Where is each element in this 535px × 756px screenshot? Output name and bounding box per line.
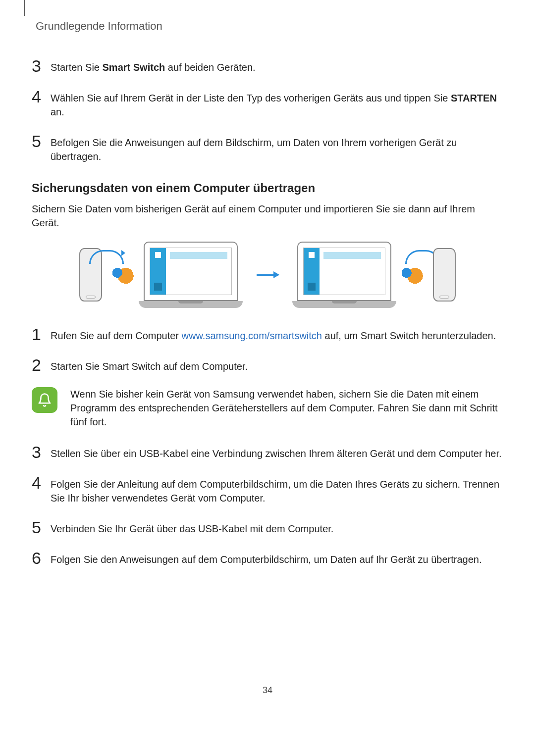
- step-text-pre: Rufen Sie auf dem Computer: [51, 330, 182, 341]
- step-text-bold: Smart Switch: [103, 62, 165, 73]
- step-text-post: auf beiden Geräten.: [165, 62, 255, 73]
- step-text-pre: Starten Sie: [51, 62, 103, 73]
- step-number: 4: [32, 88, 51, 105]
- laptop-icon: [139, 242, 243, 308]
- step-number: 5: [32, 519, 51, 536]
- step-text: Stellen Sie über ein USB-Kabel eine Verb…: [51, 444, 502, 460]
- step-text: Rufen Sie auf dem Computer www.samsung.c…: [51, 326, 496, 343]
- step-text: Wählen Sie auf Ihrem Gerät in der Liste …: [51, 88, 503, 119]
- note-bell-icon: [32, 387, 57, 413]
- page-header: Grundlegende Information: [36, 20, 503, 33]
- step-b2: 2 Starten Sie Smart Switch auf dem Compu…: [32, 356, 503, 373]
- section-intro: Sichern Sie Daten vom bisherigen Gerät a…: [32, 202, 503, 230]
- phone-icon: [433, 248, 456, 302]
- step-text: Befolgen Sie die Anweisungen auf dem Bil…: [51, 133, 503, 163]
- step-number: 3: [32, 57, 51, 74]
- page-number: 34: [32, 685, 503, 696]
- step-text: Verbinden Sie Ihr Gerät über das USB-Kab…: [51, 519, 333, 536]
- step-text: Folgen Sie der Anleitung auf dem Compute…: [51, 474, 503, 505]
- step-b5: 5 Verbinden Sie Ihr Gerät über das USB-K…: [32, 519, 503, 536]
- step-b3: 3 Stellen Sie über ein USB-Kabel eine Ve…: [32, 444, 503, 460]
- smartswitch-link[interactable]: www.samsung.com/smartswitch: [182, 330, 322, 341]
- step-b1: 1 Rufen Sie auf dem Computer www.samsung…: [32, 326, 503, 343]
- note-block: Wenn Sie bisher kein Gerät von Samsung v…: [32, 387, 503, 429]
- data-gear-icon: [398, 265, 426, 285]
- step-a3: 3 Starten Sie Smart Switch auf beiden Ge…: [32, 57, 503, 74]
- step-b6: 6 Folgen Sie den Anweisungen auf dem Com…: [32, 550, 503, 566]
- arrow-right-icon: [253, 274, 282, 276]
- step-text: Starten Sie Smart Switch auf beiden Gerä…: [51, 57, 256, 74]
- laptop-icon: [292, 242, 396, 308]
- step-a5: 5 Befolgen Sie die Anweisungen auf dem B…: [32, 133, 503, 163]
- side-rule: [24, 0, 25, 16]
- step-number: 1: [32, 326, 51, 343]
- step-text: Starten Sie Smart Switch auf dem Compute…: [51, 356, 248, 373]
- step-number: 6: [32, 550, 51, 566]
- step-text-bold: STARTEN: [451, 93, 497, 103]
- step-b4: 4 Folgen Sie der Anleitung auf dem Compu…: [32, 474, 503, 505]
- step-number: 4: [32, 474, 51, 491]
- step-text-post: an.: [51, 106, 64, 117]
- section-heading: Sicherungsdaten von einem Computer übert…: [32, 181, 503, 195]
- illustration: [32, 242, 503, 308]
- step-text-pre: Wählen Sie auf Ihrem Gerät in der Liste …: [51, 93, 451, 103]
- data-gear-icon: [109, 265, 137, 285]
- step-number: 5: [32, 133, 51, 150]
- illustration-right: [292, 242, 456, 308]
- step-number: 3: [32, 444, 51, 460]
- illustration-left: [79, 242, 243, 308]
- step-a4: 4 Wählen Sie auf Ihrem Gerät in der List…: [32, 88, 503, 119]
- note-text: Wenn Sie bisher kein Gerät von Samsung v…: [70, 387, 503, 429]
- step-text: Folgen Sie den Anweisungen auf dem Compu…: [51, 550, 482, 566]
- step-text-post: auf, um Smart Switch herunterzuladen.: [322, 330, 496, 341]
- step-number: 2: [32, 356, 51, 373]
